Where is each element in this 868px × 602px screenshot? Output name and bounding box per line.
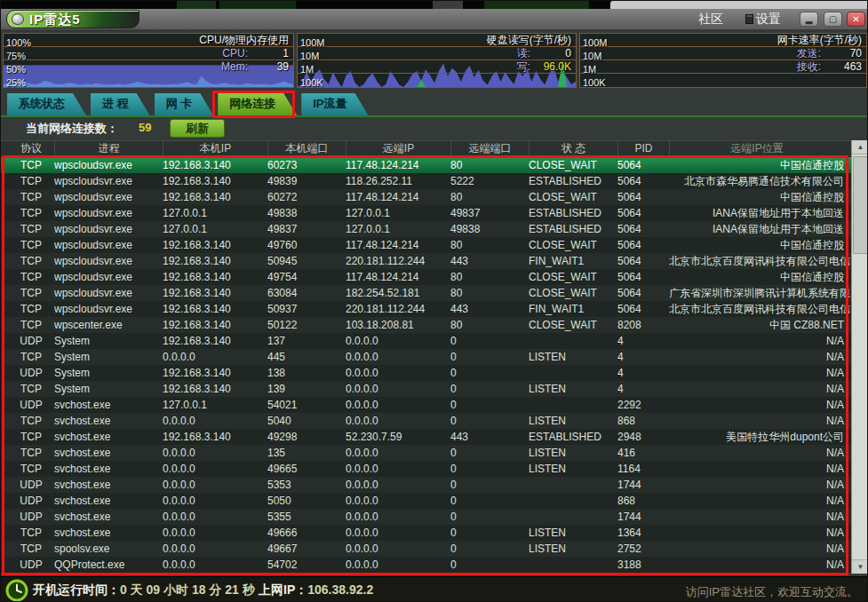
maximize-button[interactable]: ▢	[824, 12, 842, 27]
tab-system-status[interactable]: 系统状态	[7, 93, 86, 115]
cell-pid: 1744	[617, 477, 669, 493]
table-row[interactable]: TCPsvchost.exe0.0.0.0496660.0.0.00LISTEN…	[1, 525, 851, 541]
table-row[interactable]: TCPspoolsv.exe0.0.0.0496670.0.0.00LISTEN…	[1, 541, 851, 557]
cell-remote-port: 0	[450, 525, 529, 541]
desktop-strip-segment	[177, 1, 216, 9]
table-row[interactable]: UDPsvchost.exe0.0.0.053530.0.0.001744N/A	[1, 477, 851, 493]
cell-location: N/A	[669, 381, 851, 397]
vertical-scrollbar[interactable]: ▲ ▼	[851, 140, 868, 574]
header-remote-port[interactable]: 远端端口	[450, 141, 529, 156]
graph-panels: 100%75%50%25%CPU/物理内存使用CPU:1Mem:39 100M1…	[1, 33, 868, 88]
graph-legend: 网卡速率(字节/秒)发送:70接收:463	[777, 34, 862, 74]
table-row[interactable]: TCPsvchost.exe192.168.3.1404929852.230.7…	[1, 429, 851, 445]
table-row[interactable]: TCPwpscloudsvr.exe192.168.3.14050937220.…	[1, 301, 851, 317]
header-process[interactable]: 进程	[54, 141, 163, 156]
header-pid[interactable]: PID	[617, 141, 669, 156]
cell-pid: 4	[617, 365, 669, 381]
table-row[interactable]: TCPwpscloudsvr.exe192.168.3.14060272117.…	[1, 189, 851, 205]
cell-location: N/A	[669, 445, 851, 461]
cell-pid: 5064	[617, 269, 669, 285]
tab-network-connections[interactable]: 网络连接	[218, 93, 297, 115]
table-row[interactable]: TCPsvchost.exe0.0.0.050400.0.0.00LISTEN8…	[1, 413, 851, 429]
settings-icon	[745, 14, 753, 24]
uptime-value: 0 天 09 小时 18 分 21 秒	[120, 582, 255, 597]
cell-remote-ip: 52.230.7.59	[346, 429, 450, 445]
table-row[interactable]: TCPSystem192.168.3.1401390.0.0.00LISTEN4…	[1, 381, 851, 397]
cell-location: 北京市北京百度网讯科技有限公司电信...	[669, 253, 851, 269]
cell-location: N/A	[669, 365, 851, 381]
cell-pid: 8208	[617, 317, 669, 333]
cell-remote-ip: 0.0.0.0	[346, 509, 450, 525]
header-location[interactable]: 远端IP位置	[669, 141, 851, 156]
table-row[interactable]: TCPSystem0.0.0.04450.0.0.00LISTEN4N/A	[1, 349, 851, 365]
cell-local-port: 49665	[267, 461, 346, 477]
cell-protocol: TCP	[8, 301, 54, 317]
table-row[interactable]: TCPwpscloudsvr.exe192.168.3.14063084182.…	[1, 285, 851, 301]
cell-process: svchost.exe	[54, 413, 163, 429]
graph-axis-label: 100K	[580, 77, 606, 88]
table-row[interactable]: UDPSystem192.168.3.1401380.0.0.004N/A	[1, 365, 851, 381]
table-row[interactable]: TCPwpscloudsvr.exe127.0.0.149837127.0.0.…	[1, 221, 851, 237]
tab-ip-traffic[interactable]: IP流量	[301, 93, 368, 115]
header-local-ip[interactable]: 本机IP	[163, 141, 267, 156]
cell-process: wpscloudsvr.exe	[54, 173, 163, 189]
cell-process: wpscloudsvr.exe	[54, 189, 163, 205]
connections-toolbar: 当前网络连接数： 59 刷新	[1, 119, 868, 139]
header-remote-ip[interactable]: 远端IP	[346, 141, 450, 156]
cell-location: N/A	[669, 477, 851, 493]
minimize-button[interactable]: ▂	[800, 12, 818, 27]
table-row[interactable]: TCPsvchost.exe0.0.0.01350.0.0.00LISTEN41…	[1, 445, 851, 461]
cell-remote-port: 0	[450, 461, 529, 477]
cell-process: svchost.exe	[54, 461, 163, 477]
cell-remote-ip: 0.0.0.0	[346, 541, 450, 557]
cell-process: wpscloudsvr.exe	[54, 253, 163, 269]
table-row[interactable]: UDPsvchost.exe0.0.0.053550.0.0.001744N/A	[1, 509, 851, 525]
cell-protocol: TCP	[8, 237, 54, 253]
table-row[interactable]: TCPwpscloudsvr.exe192.168.3.14049839118.…	[1, 173, 851, 189]
cell-local-ip: 192.168.3.140	[163, 301, 267, 317]
refresh-button[interactable]: 刷新	[170, 119, 225, 138]
settings-link[interactable]: 设置	[745, 12, 781, 28]
cell-pid: 4	[617, 381, 669, 397]
cell-remote-port: 0	[450, 445, 529, 461]
table-row[interactable]: TCPwpscloudsvr.exe192.168.3.14050945220.…	[1, 253, 851, 269]
table-row[interactable]: UDPsvchost.exe127.0.0.1540210.0.0.002292…	[1, 397, 851, 413]
table-row[interactable]: TCPwpscloudsvr.exe192.168.3.14049760117.…	[1, 237, 851, 253]
cell-local-ip: 0.0.0.0	[163, 445, 267, 461]
cell-protocol: TCP	[8, 173, 54, 189]
header-protocol[interactable]: 协议	[8, 141, 54, 156]
status-bar: 开机运行时间：0 天 09 小时 18 分 21 秒 上网IP：106.38.9…	[1, 576, 868, 602]
cell-status	[529, 493, 617, 509]
cell-protocol: UDP	[8, 493, 54, 509]
cell-remote-port: 0	[450, 333, 529, 349]
cell-remote-port: 0	[450, 477, 529, 493]
scroll-down-button[interactable]: ▼	[852, 559, 868, 574]
close-button[interactable]: ✕	[847, 12, 865, 27]
community-link[interactable]: 社区	[698, 12, 723, 28]
tab-processes[interactable]: 进 程	[91, 93, 150, 115]
cell-status: CLOSE_WAIT	[529, 317, 617, 333]
cell-process: svchost.exe	[54, 477, 163, 493]
table-row[interactable]: TCPwpscloudsvr.exe192.168.3.14060273117.…	[1, 157, 851, 173]
tab-network-card[interactable]: 网 卡	[155, 93, 214, 115]
table-row[interactable]: UDPsvchost.exe0.0.0.050500.0.0.00868N/A	[1, 493, 851, 509]
table-row[interactable]: TCPwpscenter.exe192.168.3.14050122103.18…	[1, 317, 851, 333]
header-status[interactable]: 状 态	[529, 141, 617, 156]
cell-protocol: TCP	[8, 429, 54, 445]
connections-table: TCPwpscloudsvr.exe192.168.3.14060273117.…	[1, 157, 851, 573]
table-row[interactable]: TCPsvchost.exe0.0.0.0496650.0.0.00LISTEN…	[1, 461, 851, 477]
scrollbar-thumb[interactable]	[853, 156, 868, 254]
cell-remote-ip: 0.0.0.0	[346, 349, 450, 365]
cell-location: 北京市北京百度网讯科技有限公司电信...	[669, 301, 851, 317]
table-row[interactable]: UDPQQProtect.exe0.0.0.0547020.0.0.003188…	[1, 557, 851, 573]
cell-pid: 868	[617, 413, 669, 429]
cell-status	[529, 365, 617, 381]
header-local-port[interactable]: 本机端口	[267, 141, 346, 156]
table-row[interactable]: UDPSystem192.168.3.1401370.0.0.004N/A	[1, 333, 851, 349]
cell-local-ip: 0.0.0.0	[163, 525, 267, 541]
table-row[interactable]: TCPwpscloudsvr.exe127.0.0.149838127.0.0.…	[1, 205, 851, 221]
title-bar: IP雷达5 社区 设置 ▂ ▢ ✕	[1, 9, 868, 30]
cell-remote-ip: 0.0.0.0	[346, 493, 450, 509]
scroll-up-button[interactable]: ▲	[852, 140, 868, 154]
table-row[interactable]: TCPwpscloudsvr.exe192.168.3.14049754117.…	[1, 269, 851, 285]
